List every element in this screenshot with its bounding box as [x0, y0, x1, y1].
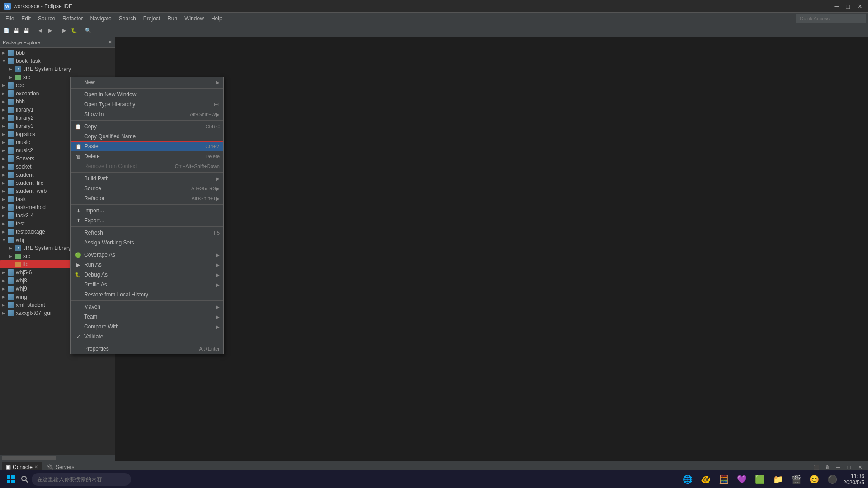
- arrow-src-book: ▶: [9, 75, 14, 80]
- coverage-as-icon: 🟢: [74, 252, 82, 258]
- taskbar-clock: 11:36 2020/5/5: [843, 473, 864, 486]
- tree-item-bbb[interactable]: ▶ bbb: [0, 49, 115, 57]
- icon-exception: [7, 90, 14, 97]
- ctx-team[interactable]: Team ▶: [71, 312, 223, 322]
- menu-bar: File Edit Source Refactor Navigate Searc…: [0, 13, 868, 24]
- close-button[interactable]: ✕: [855, 3, 864, 10]
- toolbar-forward[interactable]: ▶: [46, 26, 55, 35]
- ctx-delete[interactable]: 🗑 Delete Delete: [71, 151, 223, 161]
- toolbar-new[interactable]: 📄: [2, 26, 11, 35]
- arrow-library2: ▶: [2, 116, 7, 120]
- quick-access-input[interactable]: [796, 14, 866, 23]
- ctx-new[interactable]: New ▶: [71, 77, 223, 87]
- icon-test: [7, 221, 14, 227]
- ctx-profile-as[interactable]: Profile As ▶: [71, 280, 223, 290]
- taskbar-browser[interactable]: 🌐: [680, 472, 695, 487]
- toolbar-save[interactable]: 💾: [12, 26, 21, 35]
- ctx-open-new-window[interactable]: Open in New Window: [71, 89, 223, 99]
- arrow-servers: ▶: [2, 156, 7, 161]
- ctx-import[interactable]: ⬇ Import...: [71, 206, 223, 216]
- icon-wing: [7, 294, 14, 300]
- ctx-assign-working-sets[interactable]: Assign Working Sets...: [71, 238, 223, 248]
- ctx-properties[interactable]: Properties Alt+Enter: [71, 344, 223, 354]
- arrow-whj-src: ▶: [9, 254, 14, 258]
- icon-bbb: [7, 50, 14, 56]
- paste-icon: 📋: [75, 144, 83, 150]
- taskbar-app5[interactable]: 📁: [771, 472, 785, 487]
- ctx-validate[interactable]: ✓ Validate: [71, 332, 223, 342]
- taskbar-app4[interactable]: 🟩: [753, 472, 767, 487]
- ctx-build-path[interactable]: Build Path ▶: [71, 174, 223, 183]
- menu-navigate[interactable]: Navigate: [86, 14, 115, 23]
- taskbar-search-input[interactable]: [32, 473, 131, 486]
- ctx-restore-local[interactable]: Restore from Local History...: [71, 290, 223, 300]
- taskbar-eclipse[interactable]: ⚫: [825, 472, 840, 487]
- copy-icon: 📋: [74, 124, 82, 130]
- ctx-copy[interactable]: 📋 Copy Ctrl+C: [71, 122, 223, 131]
- toolbar-back[interactable]: ◀: [36, 26, 45, 35]
- package-explorer-close[interactable]: ✕: [108, 39, 112, 45]
- taskbar-app6[interactable]: 🎬: [789, 472, 803, 487]
- delete-icon: 🗑: [74, 154, 82, 159]
- menu-window[interactable]: Window: [181, 14, 208, 23]
- icon-whj-src: [14, 253, 22, 259]
- ctx-export[interactable]: ⬆ Export...: [71, 216, 223, 225]
- maximize-button[interactable]: □: [844, 3, 852, 10]
- ctx-show-in[interactable]: Show In Alt+Shift+W ▶: [71, 109, 223, 119]
- menu-source[interactable]: Source: [34, 14, 59, 23]
- ctx-maven[interactable]: Maven ▶: [71, 302, 223, 312]
- svg-rect-3: [11, 480, 15, 483]
- icon-whj: [7, 237, 14, 243]
- ctx-compare-with[interactable]: Compare With ▶: [71, 322, 223, 332]
- menu-help[interactable]: Help: [208, 14, 226, 23]
- arrow-test: ▶: [2, 221, 7, 226]
- arrow-hhh: ▶: [2, 99, 7, 104]
- ctx-refresh[interactable]: Refresh F5: [71, 228, 223, 238]
- taskbar: 🌐 🐠 🧮 💜 🟩 📁 🎬 😊 ⚫ 11:36 2020/5/5: [0, 470, 868, 488]
- windows-icon: [6, 475, 15, 484]
- tree-item-book-task[interactable]: ▼ book_task: [0, 57, 115, 65]
- toolbar-save-all[interactable]: 💾: [22, 26, 31, 35]
- minimize-button[interactable]: ─: [833, 3, 841, 10]
- menu-project[interactable]: Project: [140, 14, 164, 23]
- menu-run[interactable]: Run: [164, 14, 181, 23]
- ctx-open-type-hierarchy[interactable]: Open Type Hierarchy F4: [71, 99, 223, 109]
- arrow-task: ▶: [2, 197, 7, 202]
- svg-rect-0: [7, 475, 10, 479]
- taskbar-app3[interactable]: 💜: [735, 472, 749, 487]
- icon-socket: [7, 164, 14, 170]
- ctx-sep-7: [71, 300, 223, 301]
- taskbar-app2[interactable]: 🐠: [698, 472, 713, 487]
- toolbar-debug[interactable]: 🐛: [70, 26, 79, 35]
- ctx-debug-as[interactable]: 🐛 Debug As ▶: [71, 270, 223, 280]
- arrow-student-web: ▶: [2, 189, 7, 193]
- ctx-paste[interactable]: 📋 Paste Ctrl+V: [71, 141, 223, 151]
- ctx-run-as[interactable]: ▶ Run As ▶: [71, 260, 223, 270]
- menu-file[interactable]: File: [2, 14, 18, 23]
- arrow-logistics: ▶: [2, 132, 7, 136]
- sidebar-hscroll[interactable]: [0, 455, 115, 461]
- ctx-coverage-as[interactable]: 🟢 Coverage As ▶: [71, 250, 223, 260]
- ctx-copy-qualified[interactable]: Copy Qualified Name: [71, 131, 223, 141]
- menu-search[interactable]: Search: [115, 14, 140, 23]
- ctx-refactor[interactable]: Refactor Alt+Shift+T ▶: [71, 193, 223, 203]
- hscroll-thumb[interactable]: [2, 456, 56, 460]
- toolbar-run[interactable]: ▶: [60, 26, 69, 35]
- search-button[interactable]: [18, 472, 32, 487]
- start-button[interactable]: [4, 472, 18, 487]
- ctx-remove-context[interactable]: Remove from Context Ctrl+Alt+Shift+Down: [71, 161, 223, 171]
- arrow-student-file: ▶: [2, 181, 7, 185]
- console-tab-label: Console: [13, 464, 33, 470]
- arrow-student: ▶: [2, 173, 7, 177]
- export-icon: ⬆: [74, 218, 82, 224]
- icon-whj5-6: [7, 269, 14, 276]
- icon-library1: [7, 107, 14, 113]
- taskbar-calculator[interactable]: 🧮: [717, 472, 731, 487]
- console-tab-close[interactable]: ✕: [34, 465, 38, 469]
- ctx-source[interactable]: Source Alt+Shift+S ▶: [71, 183, 223, 193]
- menu-edit[interactable]: Edit: [18, 14, 34, 23]
- menu-refactor[interactable]: Refactor: [59, 14, 86, 23]
- taskbar-app7[interactable]: 😊: [807, 472, 821, 487]
- toolbar-search[interactable]: 🔍: [84, 26, 93, 35]
- tree-item-jre-book[interactable]: ▶ J JRE System Library: [0, 65, 115, 73]
